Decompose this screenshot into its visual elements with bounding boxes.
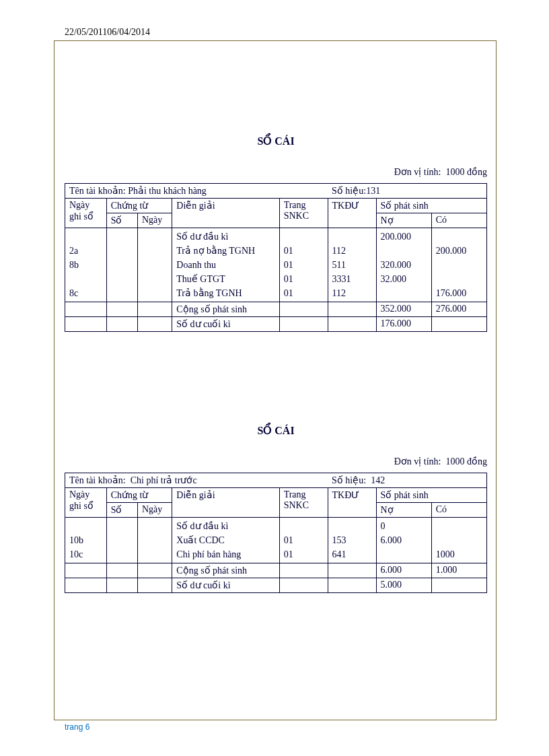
l2-close-c5 (279, 578, 328, 593)
acct-code-label: Số hiệu: (332, 475, 366, 485)
ledger1-account-name: Tên tài khoản: Phải thu khách hàng (65, 184, 328, 199)
ledger2-unit: Đơn vị tính: 1000 đồng (65, 456, 487, 467)
l1-ngay-data: 2a 8b 8c (65, 228, 107, 302)
col-dien-giai: Diễn giải (172, 199, 279, 228)
header-date: 22/05/201106/04/2014 (65, 27, 150, 38)
l2-close-co (431, 578, 486, 593)
col-ngay: Ngày (137, 213, 172, 228)
ledger1-title: SỔ CÁI (65, 135, 487, 147)
l1-close-c5 (279, 317, 328, 332)
l2-no-data: 0 6.000 (376, 518, 431, 563)
l2-tkdu-data: 153 641 (328, 518, 376, 563)
col-trang-snkc: Trang SNKC (279, 488, 328, 518)
l2-sum-no: 6.000 (376, 563, 431, 578)
ledger-2: SỔ CÁI Đơn vị tính: 1000 đồng Tên tài kh… (65, 424, 487, 593)
l2-sum-c2 (106, 563, 137, 578)
l2-close-c3 (137, 578, 172, 593)
ledger1-account-code: Số hiệu:131 (328, 184, 486, 199)
l2-close-label: Số dư cuối kì (172, 578, 279, 593)
l2-sum-c6 (328, 563, 376, 578)
l1-close-c6 (328, 317, 376, 332)
l2-close-c2 (106, 578, 137, 593)
col-no: Nợ (376, 503, 431, 518)
l1-close-c2 (106, 317, 137, 332)
l2-close-c6 (328, 578, 376, 593)
l1-close-no: 176.000 (376, 317, 431, 332)
l1-close-co (431, 317, 486, 332)
l1-close-label: Số dư cuối kì (172, 317, 279, 332)
l1-sum-c6 (328, 302, 376, 317)
col-no: Nợ (376, 213, 431, 228)
acct-name-value: Chi phí trả trước (131, 475, 197, 485)
col-chung-tu: Chứng từ (106, 199, 172, 213)
l1-trang-data: 01 01 01 01 (279, 228, 328, 302)
l1-sum-label: Cộng số phát sinh (172, 302, 279, 317)
page-footer: trang 6 (65, 722, 89, 732)
acct-code-value: 142 (371, 475, 385, 485)
col-ngay-ghi-so: Ngày ghi sổ (65, 488, 107, 518)
col-tkdu: TKĐƯ (328, 199, 376, 228)
ledger-1: SỔ CÁI Đơn vị tính: 1000 đồng Tên tài kh… (65, 135, 487, 332)
l1-diengiai-data: Số dư đầu kì Trả nợ bằng TGNH Doanh thu … (172, 228, 279, 302)
ledger1-table: Tên tài khoản: Phải thu khách hàng Số hi… (65, 183, 487, 332)
col-dien-giai: Diễn giải (172, 488, 279, 518)
l1-sum-co: 276.000 (431, 302, 486, 317)
ledger2-account-code: Số hiệu: 142 (328, 473, 486, 488)
col-so: Số (106, 213, 137, 228)
l2-close-c1 (65, 578, 107, 593)
l2-ngay2-data (137, 518, 172, 563)
l2-sum-c5 (279, 563, 328, 578)
ledger2-account-name: Tên tài khoản: Chi phí trả trước (65, 473, 328, 488)
l2-so-data (106, 518, 137, 563)
acct-code-label: Số hiệu: (332, 186, 366, 196)
l1-no-data: 200.000 320.000 32.000 (376, 228, 431, 302)
l1-ngay2-data (137, 228, 172, 302)
l1-co-data: 200.000 176.000 (431, 228, 486, 302)
unit-value: 1000 đồng (446, 167, 488, 177)
unit-value: 1000 đồng (446, 456, 488, 467)
ledger2-table: Tên tài khoản: Chi phí trả trước Số hiệu… (65, 473, 487, 593)
l2-sum-c3 (137, 563, 172, 578)
col-co: Có (431, 503, 486, 518)
acct-name-label: Tên tài khoản: (69, 186, 126, 196)
col-ngay-ghi-so: Ngày ghi sổ (65, 199, 107, 228)
unit-label: Đơn vị tính: (394, 167, 441, 177)
l2-close-no: 5.000 (376, 578, 431, 593)
l2-sum-label: Cộng số phát sinh (172, 563, 279, 578)
col-so-phat-sinh: Số phát sinh (376, 488, 487, 503)
l1-sum-c5 (279, 302, 328, 317)
acct-name-label: Tên tài khoản: (69, 475, 126, 485)
l1-sum-no: 352.000 (376, 302, 431, 317)
l1-sum-c2 (106, 302, 137, 317)
l1-sum-c1 (65, 302, 107, 317)
col-ngay: Ngày (137, 503, 172, 518)
l2-diengiai-data: Số dư đầu kì Xuất CCDC Chi phí bán hàng (172, 518, 279, 563)
col-co: Có (431, 213, 486, 228)
l1-so-data (106, 228, 137, 302)
col-chung-tu: Chứng từ (106, 488, 172, 503)
acct-name-value: Phải thu khách hàng (128, 186, 207, 196)
l1-tkdu-data: 112 511 3331 112 (328, 228, 376, 302)
ledger2-title: SỔ CÁI (65, 424, 487, 437)
col-so: Số (106, 503, 137, 518)
l1-sum-c3 (137, 302, 172, 317)
col-trang-snkc: Trang SNKC (279, 199, 328, 228)
l2-sum-c1 (65, 563, 107, 578)
col-tkdu: TKĐƯ (328, 488, 376, 518)
col-so-phat-sinh: Số phát sinh (376, 199, 487, 213)
ledger1-unit: Đơn vị tính: 1000 đồng (65, 166, 487, 178)
l2-ngay-data: 10b 10c (65, 518, 107, 563)
l1-close-c3 (137, 317, 172, 332)
l2-trang-data: 01 01 (279, 518, 328, 563)
l1-close-c1 (65, 317, 107, 332)
unit-label: Đơn vị tính: (394, 456, 441, 467)
l2-co-data: 1000 (431, 518, 486, 563)
acct-code-value: 131 (366, 186, 380, 196)
l2-sum-co: 1.000 (431, 563, 486, 578)
